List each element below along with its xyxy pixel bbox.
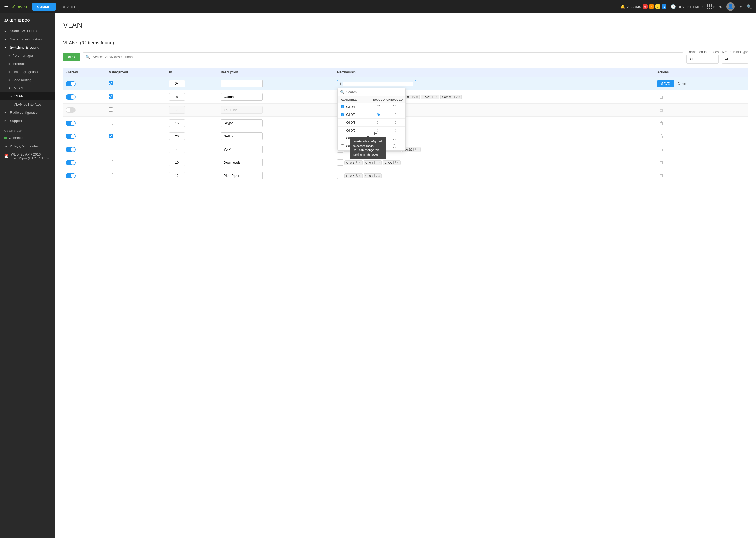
di-check-gi02[interactable]: [341, 113, 344, 116]
id-input[interactable]: [169, 159, 185, 166]
toggle-slider: [66, 81, 75, 86]
user-avatar[interactable]: 👤: [726, 2, 735, 11]
description-input[interactable]: [221, 145, 263, 153]
delete-button[interactable]: 🗑: [657, 107, 666, 114]
sidebar-item-vlan-parent[interactable]: ▼ VLAN: [0, 84, 55, 92]
description-input[interactable]: [221, 106, 263, 114]
enabled-toggle[interactable]: [66, 173, 75, 178]
sidebar-item-status[interactable]: ► Status (WTM 4100): [0, 27, 55, 35]
di-untagged-gi06[interactable]: [393, 136, 396, 140]
sidebar-item-link-aggregation[interactable]: ■ Link aggregation: [0, 68, 55, 76]
description-input[interactable]: [221, 80, 263, 87]
management-checkbox[interactable]: [109, 121, 113, 125]
enabled-toggle[interactable]: [66, 121, 75, 126]
description-input[interactable]: [221, 119, 263, 127]
delete-button[interactable]: 🗑: [657, 120, 666, 127]
di-tagged-gi01[interactable]: [377, 105, 380, 108]
di-untagged-gi05[interactable]: [393, 129, 396, 132]
search-vlan-input[interactable]: [83, 52, 683, 62]
sidebar-item-support[interactable]: ► Support: [0, 117, 55, 125]
arrow-icon: ►: [4, 38, 7, 41]
hamburger-menu[interactable]: ☰: [4, 4, 8, 10]
revert-timer[interactable]: 🕓 REVERT TIMER: [671, 4, 703, 9]
id-input[interactable]: [169, 93, 185, 101]
sidebar-item-switching[interactable]: ▼ Switching & routing: [0, 43, 55, 51]
management-checkbox[interactable]: [109, 94, 113, 98]
di-check-gi06[interactable]: [341, 136, 344, 140]
description-cell: [218, 103, 334, 117]
delete-button[interactable]: 🗑: [657, 146, 666, 153]
di-check-gi03[interactable]: [341, 121, 344, 124]
di-check-gi07[interactable]: [341, 144, 344, 148]
sidebar-item-vlan[interactable]: ■ VLAN: [0, 92, 55, 100]
di-check-gi01[interactable]: [341, 105, 344, 108]
delete-button[interactable]: 🗑: [657, 93, 666, 100]
management-checkbox[interactable]: [109, 134, 113, 138]
revert-button[interactable]: REVERT: [58, 3, 79, 11]
add-member-button[interactable]: +: [337, 173, 343, 179]
membership-add-icon[interactable]: +: [339, 81, 342, 86]
add-button[interactable]: ADD: [63, 53, 80, 61]
enabled-toggle[interactable]: [66, 147, 75, 152]
delete-button[interactable]: 🗑: [657, 172, 666, 179]
di-tagged-gi02[interactable]: [377, 113, 380, 116]
available-header: AVAILABLE: [341, 98, 371, 101]
membership-input[interactable]: [343, 82, 413, 86]
apps-section[interactable]: APPS: [707, 4, 722, 9]
di-untagged-gi02[interactable]: [393, 113, 396, 116]
page-title: VLAN: [63, 21, 748, 34]
cancel-button[interactable]: Cancel: [675, 80, 690, 87]
id-input[interactable]: [169, 119, 185, 127]
commit-button[interactable]: COMMIT: [32, 3, 56, 11]
user-dropdown-arrow[interactable]: ▼: [739, 5, 742, 9]
sidebar-item-system-config[interactable]: ► System configuration: [0, 35, 55, 43]
id-input[interactable]: [169, 106, 185, 114]
sidebar-item-interfaces[interactable]: ■ Interfaces: [0, 60, 55, 68]
save-button[interactable]: SAVE: [657, 80, 674, 87]
management-checkbox[interactable]: [109, 81, 113, 85]
search-icon[interactable]: 🔍: [746, 4, 752, 9]
management-checkbox[interactable]: [109, 173, 113, 177]
description-input[interactable]: [221, 93, 263, 101]
description-input[interactable]: [221, 133, 263, 140]
di-tagged-gi05[interactable]: [377, 129, 380, 132]
management-cell: [106, 169, 166, 182]
enabled-toggle[interactable]: [66, 81, 75, 86]
management-cell: [106, 117, 166, 130]
id-input[interactable]: [169, 133, 185, 140]
sidebar-item-static-routing[interactable]: ■ Satic routing: [0, 76, 55, 84]
di-check-gi05[interactable]: [341, 129, 344, 132]
vlan-count: VLAN's (32 items found): [63, 40, 114, 46]
id-input[interactable]: [169, 172, 185, 180]
enabled-toggle[interactable]: [66, 107, 75, 113]
connected-interfaces-select[interactable]: All: [686, 55, 719, 64]
sidebar-item-port-manager[interactable]: ■ Port manager: [0, 51, 55, 60]
enabled-toggle[interactable]: [66, 134, 75, 139]
membership-cell: + GI 0/8 | U × GI 0/9 | U ×: [334, 169, 655, 182]
actions-cell: 🗑: [655, 130, 748, 143]
di-untagged-gi03[interactable]: [393, 121, 396, 124]
enabled-toggle[interactable]: [66, 160, 75, 165]
delete-button[interactable]: 🗑: [657, 159, 666, 166]
id-input[interactable]: [169, 80, 185, 87]
management-checkbox[interactable]: [109, 160, 113, 164]
description-input[interactable]: [221, 172, 263, 180]
alarm-badge-1: 1: [662, 4, 667, 9]
sidebar-item-vlan-by-interface[interactable]: VLAN by interface: [0, 100, 55, 108]
dropdown-search-input[interactable]: [346, 90, 403, 94]
dropdown-item-gi03: GI 0/3: [338, 119, 405, 127]
di-untagged-gi01[interactable]: [393, 105, 396, 108]
id-input[interactable]: [169, 145, 185, 153]
management-checkbox[interactable]: [109, 147, 113, 151]
delete-button[interactable]: 🗑: [657, 133, 666, 140]
add-member-button[interactable]: +: [337, 159, 343, 166]
di-tagged-gi03[interactable]: [377, 121, 380, 124]
connected-label: Connected: [9, 136, 25, 140]
membership-type-select[interactable]: All: [722, 55, 748, 64]
sidebar-item-label: Link aggregation: [12, 70, 37, 74]
sidebar-item-radio-config[interactable]: ► Radio configuration: [0, 108, 55, 117]
enabled-toggle[interactable]: [66, 94, 75, 100]
management-checkbox[interactable]: [109, 107, 113, 112]
description-input[interactable]: [221, 159, 263, 166]
di-untagged-gi07[interactable]: [393, 144, 396, 148]
